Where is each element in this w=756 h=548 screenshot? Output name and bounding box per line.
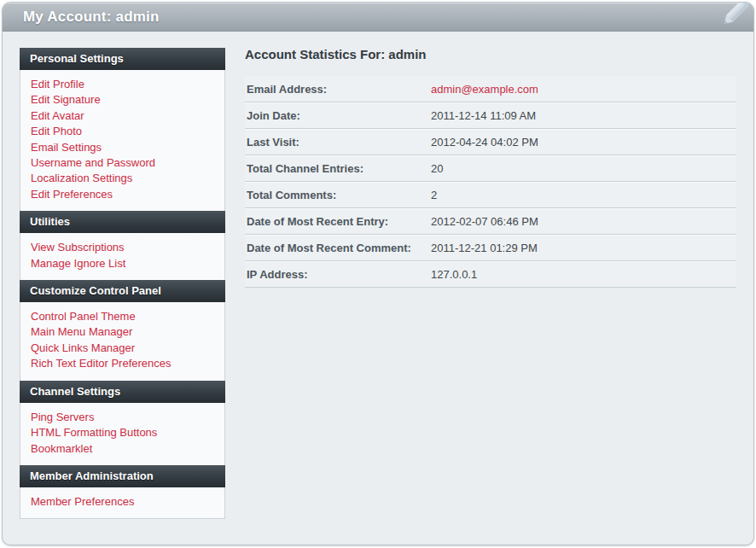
stat-label: Email Address: <box>245 83 431 96</box>
sidebar-section: Customize Control PanelControl Panel The… <box>20 280 225 381</box>
stat-value-link[interactable]: admin@example.com <box>431 83 538 96</box>
stat-value: 20 <box>431 162 443 175</box>
stat-row: Total Comments:2 <box>245 182 736 208</box>
page-title: My Account: admin <box>23 9 160 26</box>
sidebar-link[interactable]: Email Settings <box>20 140 224 155</box>
sidebar-link[interactable]: Edit Photo <box>20 124 224 139</box>
sidebar-link[interactable]: Rich Text Editor Preferences <box>20 356 224 371</box>
sidebar-link[interactable]: Localization Settings <box>20 171 224 186</box>
main-content: Account Statistics For: admin Email Addr… <box>225 48 736 519</box>
sidebar-link[interactable]: Ping Servers <box>20 410 224 425</box>
sidebar-section-header: Member Administration <box>20 465 225 487</box>
sidebar-link[interactable]: HTML Formatting Buttons <box>20 425 224 440</box>
stat-row: Date of Most Recent Comment:2011-12-21 0… <box>245 235 736 261</box>
stat-label: Total Comments: <box>245 189 431 201</box>
stat-value: 2011-12-14 11:09 AM <box>431 109 536 122</box>
sidebar-link-list: Member Preferences <box>20 487 225 519</box>
sidebar-link[interactable]: Main Menu Manager <box>20 324 224 340</box>
sidebar: Personal SettingsEdit ProfileEdit Signat… <box>20 48 225 519</box>
sidebar-link[interactable]: Quick Links Manager <box>20 341 224 356</box>
sidebar-link[interactable]: Control Panel Theme <box>20 309 224 324</box>
sidebar-link[interactable]: Manage Ignore List <box>20 256 224 271</box>
sidebar-section-header: Channel Settings <box>20 381 225 403</box>
sidebar-link[interactable]: Edit Signature <box>20 92 224 108</box>
sidebar-link[interactable]: Bookmarklet <box>20 441 224 457</box>
my-account-panel: My Account: admin Personal SettingsEdit … <box>2 2 754 545</box>
stat-label: IP Address: <box>245 268 431 281</box>
sidebar-link[interactable]: Edit Profile <box>20 77 224 92</box>
stat-value: 2012-04-24 04:02 PM <box>431 136 538 149</box>
account-statistics-table: Email Address:admin@example.comJoin Date… <box>245 76 736 288</box>
stat-row: Join Date:2011-12-14 11:09 AM <box>245 102 736 129</box>
sidebar-section-header: Customize Control Panel <box>20 280 225 302</box>
content-heading: Account Statistics For: admin <box>245 48 736 61</box>
sidebar-link[interactable]: Member Preferences <box>20 494 224 510</box>
sidebar-section: Personal SettingsEdit ProfileEdit Signat… <box>20 48 225 211</box>
title-bar: My Account: admin <box>3 3 753 32</box>
stat-value: 127.0.0.1 <box>431 268 477 281</box>
page-body: Personal SettingsEdit ProfileEdit Signat… <box>3 32 753 535</box>
sidebar-link[interactable]: Username and Password <box>20 155 224 171</box>
stat-row: IP Address:127.0.0.1 <box>245 261 736 288</box>
sidebar-link-list: Control Panel ThemeMain Menu ManagerQuic… <box>20 302 225 381</box>
sidebar-section: Channel SettingsPing ServersHTML Formatt… <box>20 381 225 465</box>
stat-label: Date of Most Recent Comment: <box>245 242 431 254</box>
stat-row: Total Channel Entries:20 <box>245 155 736 182</box>
sidebar-link-list: Ping ServersHTML Formatting ButtonsBookm… <box>20 403 225 465</box>
stat-label: Date of Most Recent Entry: <box>245 215 431 228</box>
sidebar-link[interactable]: Edit Preferences <box>20 187 224 202</box>
sidebar-link[interactable]: View Subscriptions <box>20 240 224 255</box>
sidebar-link-list: View SubscriptionsManage Ignore List <box>20 233 225 280</box>
stat-label: Last Visit: <box>245 136 431 149</box>
sidebar-section: Member AdministrationMember Preferences <box>20 465 225 519</box>
sidebar-section-header: Personal Settings <box>20 48 225 70</box>
pencil-icon <box>712 3 748 32</box>
stat-value: 2 <box>431 189 437 201</box>
stat-label: Join Date: <box>245 109 431 122</box>
sidebar-section: UtilitiesView SubscriptionsManage Ignore… <box>20 211 225 280</box>
stat-value: 2011-12-21 01:29 PM <box>431 242 538 254</box>
sidebar-section-header: Utilities <box>20 211 225 233</box>
sidebar-link-list: Edit ProfileEdit SignatureEdit AvatarEdi… <box>20 70 225 211</box>
stat-row: Date of Most Recent Entry:2012-02-07 06:… <box>245 208 736 235</box>
sidebar-link[interactable]: Edit Avatar <box>20 108 224 124</box>
stat-row: Last Visit:2012-04-24 04:02 PM <box>245 129 736 155</box>
stat-row: Email Address:admin@example.com <box>245 76 736 102</box>
stat-label: Total Channel Entries: <box>245 162 431 175</box>
stat-value: 2012-02-07 06:46 PM <box>431 215 538 228</box>
